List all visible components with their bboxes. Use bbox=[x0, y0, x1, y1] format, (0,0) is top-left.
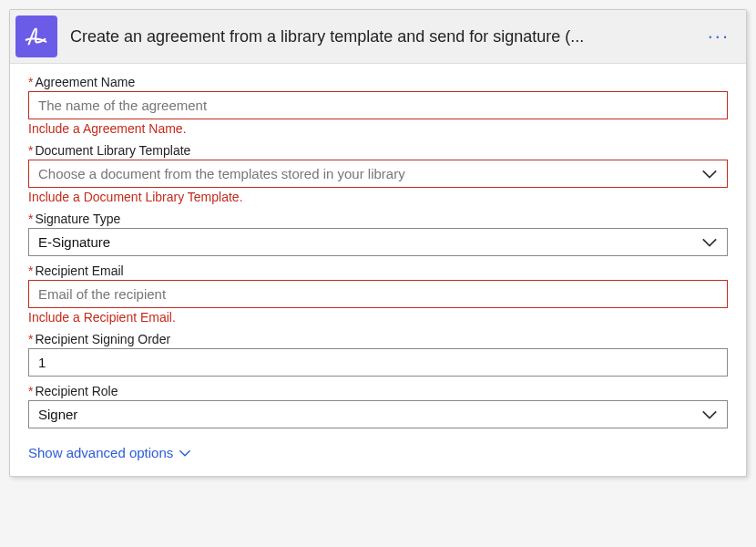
label-doc-template: *Document Library Template bbox=[28, 143, 728, 158]
error-doc-template: Include a Document Library Template. bbox=[28, 190, 728, 204]
agreement-name-input[interactable] bbox=[28, 91, 728, 119]
card-title: Create an agreement from a library templ… bbox=[70, 27, 702, 46]
chevron-down-icon bbox=[701, 237, 718, 248]
error-recipient-email: Include a Recipient Email. bbox=[28, 310, 728, 325]
doc-template-select[interactable]: Choose a document from the templates sto… bbox=[28, 160, 728, 188]
chevron-down-icon bbox=[701, 409, 718, 420]
field-doc-template: *Document Library Template Choose a docu… bbox=[28, 143, 728, 204]
show-advanced-options-link[interactable]: Show advanced options bbox=[28, 445, 191, 460]
chevron-down-icon bbox=[701, 169, 718, 180]
recipient-email-input[interactable] bbox=[28, 280, 728, 308]
field-signature-type: *Signature Type E-Signature bbox=[28, 212, 728, 256]
adobe-acrobat-icon bbox=[15, 15, 57, 57]
error-agreement-name: Include a Agreement Name. bbox=[28, 121, 728, 136]
field-recipient-email: *Recipient Email Include a Recipient Ema… bbox=[28, 263, 728, 325]
label-agreement-name: *Agreement Name bbox=[28, 75, 728, 89]
action-card: Create an agreement from a library templ… bbox=[9, 9, 747, 477]
label-recipient-role: *Recipient Role bbox=[28, 384, 728, 398]
field-signing-order: *Recipient Signing Order bbox=[28, 332, 728, 377]
more-menu-button[interactable]: ··· bbox=[702, 25, 735, 48]
signing-order-input[interactable] bbox=[28, 348, 728, 377]
chevron-down-icon bbox=[173, 445, 191, 460]
label-signature-type: *Signature Type bbox=[28, 212, 728, 226]
recipient-role-select[interactable]: Signer bbox=[28, 400, 728, 428]
signature-type-select[interactable]: E-Signature bbox=[28, 228, 728, 256]
field-agreement-name: *Agreement Name Include a Agreement Name… bbox=[28, 75, 728, 136]
card-header[interactable]: Create an agreement from a library templ… bbox=[10, 10, 746, 64]
field-recipient-role: *Recipient Role Signer bbox=[28, 384, 728, 428]
label-recipient-email: *Recipient Email bbox=[28, 263, 728, 278]
card-body: *Agreement Name Include a Agreement Name… bbox=[10, 64, 746, 476]
label-signing-order: *Recipient Signing Order bbox=[28, 332, 728, 346]
